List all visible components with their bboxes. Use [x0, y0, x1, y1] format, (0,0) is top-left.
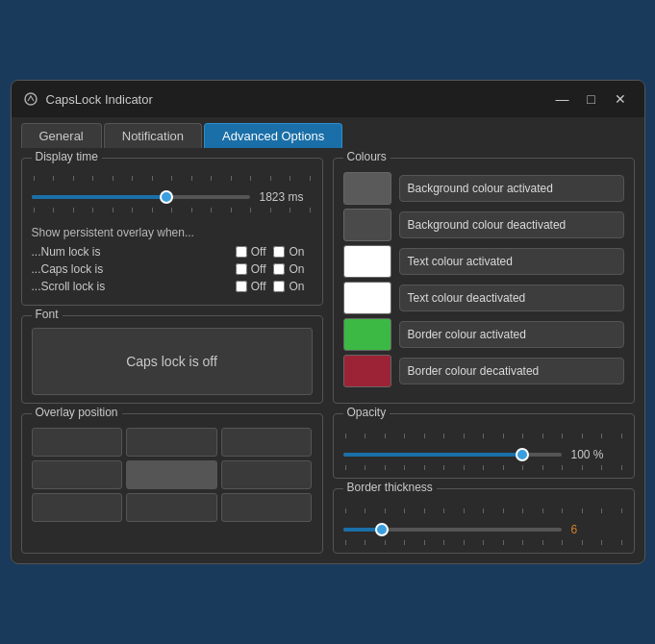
pos-cell-0[interactable]: [32, 428, 123, 457]
display-time-label: Display time: [32, 150, 102, 163]
opacity-thumb[interactable]: [516, 448, 529, 461]
pos-cell-7[interactable]: [126, 493, 217, 522]
num-lock-row: ...Num lock is Off On: [32, 245, 313, 259]
main-window: CapsLock Indicator — □ ✕ General Notific…: [11, 80, 645, 564]
slider-track: [32, 195, 250, 199]
pos-cell-8[interactable]: [221, 493, 313, 522]
text-deactivated-button[interactable]: Text colour deactivated: [399, 285, 624, 311]
overlay-title: Show persistent overlay when...: [32, 226, 313, 239]
border-activated-button[interactable]: Border colour activated: [399, 321, 624, 348]
scroll-lock-on-checkbox[interactable]: [273, 281, 285, 292]
bg-activated-swatch[interactable]: [343, 172, 391, 205]
num-lock-off-label: Off: [251, 245, 266, 259]
border-deactivated-button[interactable]: Border colour decativated: [399, 358, 624, 384]
svg-point-0: [25, 93, 37, 105]
opacity-panel: Opacity 100 %: [333, 413, 635, 479]
overlay-position-panel: Overlay position: [21, 413, 323, 554]
bg-deactivated-swatch[interactable]: [343, 209, 391, 241]
border-ticks-bottom: [345, 540, 622, 545]
display-time-panel: Display time 1823 ms: [21, 158, 323, 306]
slider-ticks-top: [34, 176, 311, 181]
bg-deactivated-button[interactable]: Background colour deactivated: [399, 211, 624, 238]
window-controls: — □ ✕: [550, 88, 633, 110]
colours-list: Background colour activated Background c…: [343, 172, 624, 387]
pos-cell-4[interactable]: [126, 460, 217, 489]
bg-activated-button[interactable]: Background colour activated: [399, 175, 624, 202]
window-title: CapsLock Indicator: [46, 92, 542, 107]
overlay-position-label: Overlay position: [32, 406, 122, 419]
opacity-value: 100 %: [571, 448, 624, 461]
border-ticks-top: [345, 508, 622, 513]
slider-thumb[interactable]: [160, 190, 173, 204]
pos-cell-1[interactable]: [126, 428, 217, 457]
caps-lock-label: ...Caps lock is: [32, 262, 236, 276]
bottom-right: Opacity 100 %: [333, 413, 635, 554]
num-lock-on-label: On: [289, 245, 304, 259]
tab-general[interactable]: General: [21, 123, 102, 148]
colour-row-border-activated: Border colour activated: [343, 318, 624, 351]
app-icon: [23, 91, 38, 107]
caps-lock-on-group: On: [273, 262, 304, 276]
opacity-label: Opacity: [343, 406, 390, 419]
num-lock-off-checkbox[interactable]: [236, 246, 247, 258]
text-deactivated-swatch[interactable]: [343, 282, 391, 314]
overlay-section: Show persistent overlay when... ...Num l…: [32, 226, 313, 293]
pos-cell-2[interactable]: [221, 428, 313, 457]
opacity-track: [343, 453, 562, 457]
tab-notification[interactable]: Notification: [104, 123, 202, 148]
colour-row-text-deactivated: Text colour deactivated: [343, 282, 624, 314]
maximize-button[interactable]: □: [579, 88, 604, 110]
caps-lock-row: ...Caps lock is Off On: [32, 262, 313, 276]
scroll-lock-on-label: On: [289, 280, 304, 293]
colour-row-text-activated: Text colour activated: [343, 245, 624, 278]
opacity-slider[interactable]: 100 %: [343, 448, 624, 461]
opacity-ticks-top: [345, 433, 622, 438]
num-lock-label: ...Num lock is: [32, 245, 236, 259]
slider-ticks-bottom: [34, 208, 311, 212]
minimize-button[interactable]: —: [550, 88, 575, 110]
colours-panel: Colours Background colour activated Back…: [333, 158, 635, 404]
pos-cell-3[interactable]: [32, 460, 123, 489]
caps-lock-on-checkbox[interactable]: [273, 263, 285, 275]
font-panel: Font Caps lock is off: [21, 315, 323, 404]
border-activated-swatch[interactable]: [343, 318, 391, 351]
scroll-lock-row: ...Scroll lock is Off On: [32, 280, 313, 293]
border-deactivated-swatch[interactable]: [343, 355, 391, 387]
border-thickness-label: Border thickness: [343, 481, 437, 494]
close-button[interactable]: ✕: [608, 88, 633, 110]
num-lock-off-group: Off: [236, 245, 266, 259]
scroll-lock-label: ...Scroll lock is: [32, 280, 236, 293]
display-time-slider[interactable]: 1823 ms: [32, 190, 313, 204]
opacity-ticks-bottom: [345, 465, 622, 470]
colours-label: Colours: [343, 150, 390, 163]
caps-lock-on-label: On: [289, 262, 304, 276]
pos-cell-6[interactable]: [32, 493, 123, 522]
border-thumb[interactable]: [375, 523, 389, 536]
caps-lock-off-group: Off: [236, 262, 266, 276]
colour-row-bg-activated: Background colour activated: [343, 172, 624, 205]
scroll-lock-off-checkbox[interactable]: [236, 281, 247, 292]
border-value: 6: [571, 523, 624, 536]
opacity-fill: [343, 453, 522, 457]
border-track: [343, 528, 562, 532]
slider-fill: [32, 195, 167, 199]
caps-lock-off-checkbox[interactable]: [236, 263, 247, 275]
text-activated-button[interactable]: Text colour activated: [399, 248, 624, 275]
position-grid: [32, 428, 313, 522]
scroll-lock-on-group: On: [273, 280, 304, 293]
colour-row-bg-deactivated: Background colour deactivated: [343, 209, 624, 241]
num-lock-on-checkbox[interactable]: [273, 246, 285, 258]
tab-bar: General Notification Advanced Options: [12, 117, 644, 148]
text-activated-swatch[interactable]: [343, 245, 391, 278]
tab-advanced[interactable]: Advanced Options: [204, 123, 342, 148]
display-time-value: 1823 ms: [260, 190, 313, 204]
font-label: Font: [32, 308, 63, 321]
pos-cell-5[interactable]: [221, 460, 313, 489]
bottom-left: Overlay position: [21, 413, 323, 554]
num-lock-on-group: On: [273, 245, 304, 259]
scroll-lock-off-label: Off: [251, 280, 266, 293]
caps-lock-off-label: Off: [251, 262, 266, 276]
font-preview: Caps lock is off: [32, 328, 313, 395]
title-bar: CapsLock Indicator — □ ✕: [12, 81, 644, 117]
border-thickness-slider[interactable]: 6: [343, 523, 624, 536]
